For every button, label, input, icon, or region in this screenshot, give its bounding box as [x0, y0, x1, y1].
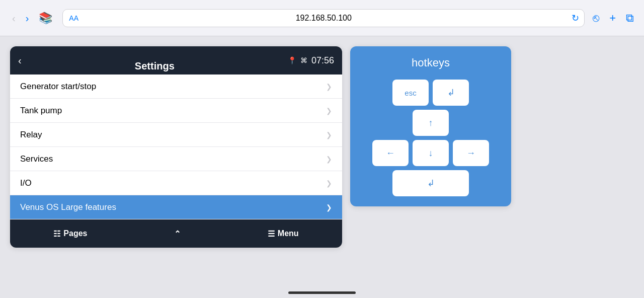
- tabs-button[interactable]: ⧉: [626, 12, 634, 25]
- pages-label: Pages: [63, 229, 87, 238]
- clock-display: 07:56: [311, 55, 334, 66]
- hotkeys-row-4: ↲: [392, 170, 469, 196]
- chevron-icon: ❯: [326, 203, 332, 211]
- down-arrow-icon: ↓: [429, 148, 433, 159]
- enter-bottom-button[interactable]: ↲: [392, 170, 469, 196]
- right-button[interactable]: →: [453, 140, 489, 166]
- left-button[interactable]: ←: [372, 140, 409, 166]
- bottom-bar: ☷ Pages ⌃ ☰ Menu: [10, 219, 342, 248]
- aa-label[interactable]: AA: [69, 14, 78, 22]
- menu-list: Generator start/stop ❯ Tank pump ❯ Relay…: [10, 74, 342, 219]
- chevron-icon: ❯: [326, 155, 332, 163]
- chevron-up-button[interactable]: ⌃: [174, 229, 181, 239]
- esc-button[interactable]: esc: [392, 80, 429, 106]
- chevron-icon: ❯: [326, 179, 332, 187]
- nav-buttons: ‹ ›: [10, 11, 31, 25]
- hotkeys-row-1: esc ↲: [392, 80, 469, 106]
- menu-item-io[interactable]: I/O ❯: [10, 171, 342, 195]
- enter-top-icon: ↲: [447, 87, 455, 98]
- add-tab-button[interactable]: +: [609, 12, 616, 25]
- down-button[interactable]: ↓: [413, 140, 449, 166]
- pages-icon: ☷: [53, 229, 60, 239]
- forward-button[interactable]: ›: [24, 11, 31, 25]
- menu-item-relay[interactable]: Relay ❯: [10, 123, 342, 147]
- pages-button[interactable]: ☷ Pages: [53, 229, 87, 239]
- home-indicator: [288, 291, 356, 294]
- settings-title: Settings: [135, 60, 175, 72]
- chevron-icon: ❯: [326, 131, 332, 139]
- device-panel: ‹ Settings 📍 ⌘ 07:56 Generator start/sto…: [10, 46, 342, 248]
- chevron-icon: ❯: [326, 83, 332, 91]
- hotkeys-row-2: ↑: [413, 110, 449, 136]
- location-icon: 📍: [288, 56, 296, 64]
- back-button[interactable]: ‹: [10, 11, 18, 25]
- hotkeys-grid: esc ↲ ↑ ← ↓ →: [360, 80, 501, 196]
- settings-header: ‹ Settings 📍 ⌘ 07:56: [10, 46, 342, 74]
- chevron-up-icon: ⌃: [174, 229, 181, 239]
- enter-top-button[interactable]: ↲: [433, 80, 469, 106]
- up-button[interactable]: ↑: [413, 110, 449, 136]
- chevron-icon: ❯: [326, 107, 332, 115]
- hamburger-icon: ☰: [268, 229, 275, 239]
- menu-item-generator[interactable]: Generator start/stop ❯: [10, 74, 342, 99]
- header-right: 📍 ⌘ 07:56: [288, 55, 334, 66]
- hotkeys-row-3: ← ↓ →: [372, 140, 489, 166]
- address-bar[interactable]: AA 192.168.50.100 ↻: [62, 9, 585, 27]
- settings-back-button[interactable]: ‹: [18, 55, 22, 66]
- share-button[interactable]: ⎋: [593, 12, 599, 25]
- up-arrow-icon: ↑: [429, 118, 433, 128]
- left-arrow-icon: ←: [386, 148, 395, 159]
- main-content: ‹ Settings 📍 ⌘ 07:56 Generator start/sto…: [0, 36, 644, 298]
- menu-item-services[interactable]: Services ❯: [10, 147, 342, 171]
- menu-item-tank-pump[interactable]: Tank pump ❯: [10, 99, 342, 123]
- right-arrow-icon: →: [466, 148, 475, 159]
- hotkeys-panel: hotkeys esc ↲ ↑ ← ↓: [350, 46, 511, 206]
- hotkeys-title: hotkeys: [412, 56, 450, 69]
- menu-label: Menu: [278, 229, 299, 238]
- bookmarks-icon: 📚: [39, 12, 52, 25]
- browser-chrome: ‹ › 📚 AA 192.168.50.100 ↻ ⎋ + ⧉: [0, 0, 644, 36]
- menu-item-venus-os[interactable]: Venus OS Large features ❯: [10, 195, 342, 219]
- wifi-icon: ⌘: [300, 56, 307, 64]
- toolbar-right: ⎋ + ⧉: [593, 12, 634, 25]
- menu-button[interactable]: ☰ Menu: [268, 229, 299, 239]
- reload-button[interactable]: ↻: [572, 13, 579, 24]
- url-text: 192.168.50.100: [296, 14, 352, 23]
- enter-bottom-icon: ↲: [427, 178, 435, 189]
